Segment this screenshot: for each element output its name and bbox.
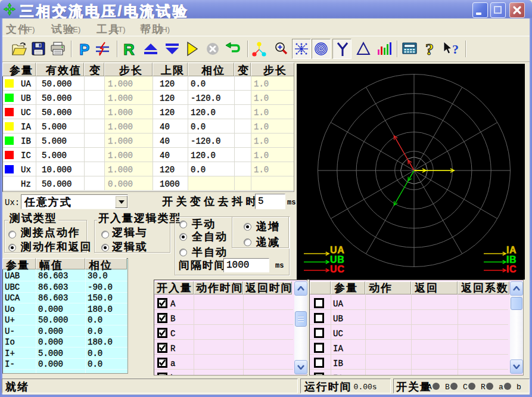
svg-text:P: P [79, 41, 89, 58]
svg-text:R: R [123, 41, 135, 58]
svg-text:?: ? [452, 42, 459, 57]
svg-text:?: ? [425, 40, 434, 58]
